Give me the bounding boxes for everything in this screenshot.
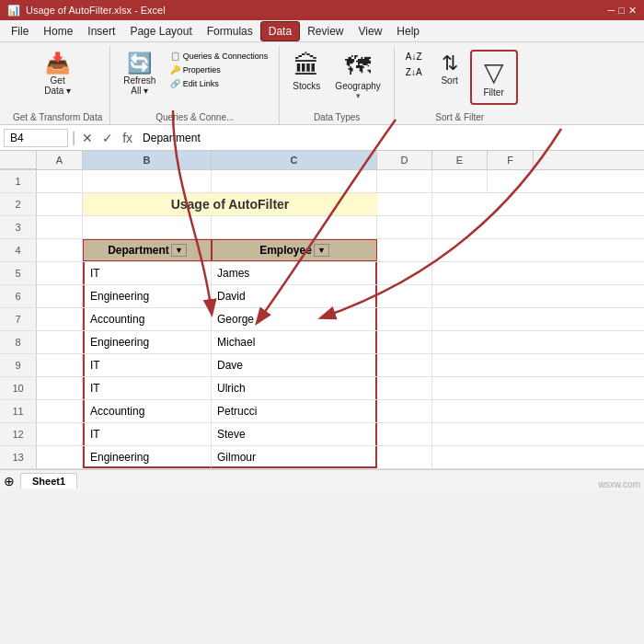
cell-d12[interactable] (377, 423, 432, 445)
cell-e1[interactable] (432, 170, 488, 192)
properties-button[interactable]: 🔑 Properties (167, 63, 271, 76)
menu-view[interactable]: View (351, 22, 390, 40)
cell-department-header[interactable]: Department ▼ (83, 239, 212, 261)
menu-page-layout[interactable]: Page Layout (122, 22, 199, 40)
confirm-formula-btn[interactable]: ✓ (99, 131, 116, 145)
cell-d4[interactable] (377, 239, 432, 261)
cell-reference-input[interactable] (4, 129, 68, 147)
menu-home[interactable]: Home (36, 22, 80, 40)
cell-b8[interactable]: Engineering (83, 331, 212, 353)
geography-icon: 🗺 (345, 53, 371, 79)
employee-dropdown-btn[interactable]: ▼ (314, 244, 329, 257)
cell-a3[interactable] (37, 216, 83, 238)
col-header-b[interactable]: B (83, 151, 212, 169)
cell-d10[interactable] (377, 377, 432, 399)
cell-b11[interactable]: Accounting (83, 400, 212, 422)
sort-az-za-group: A↓Z Z↓A (402, 50, 426, 79)
menu-insert[interactable]: Insert (80, 22, 122, 40)
cell-c13[interactable]: Gilmour (212, 446, 377, 468)
cell-a7[interactable] (37, 308, 83, 330)
cell-employee-header[interactable]: Employee ▼ (212, 239, 377, 261)
cell-a13[interactable] (37, 446, 83, 468)
get-data-label2: Data ▾ (44, 86, 71, 96)
insert-function-btn[interactable]: fx (120, 131, 135, 145)
cell-b6[interactable]: Engineering (83, 285, 212, 307)
cell-c7[interactable]: George (212, 308, 377, 330)
cell-c3[interactable] (212, 216, 377, 238)
menu-data[interactable]: Data (260, 21, 300, 41)
cell-a5[interactable] (37, 262, 83, 284)
col-header-d[interactable]: D (377, 151, 432, 169)
col-header-a[interactable]: A (37, 151, 83, 169)
filter-button[interactable]: ▽ Filter (474, 53, 514, 101)
ribbon-group-label-data-types: Data Types (314, 110, 360, 122)
cell-a2[interactable] (37, 193, 83, 215)
menu-file[interactable]: File (4, 22, 36, 40)
cell-d11[interactable] (377, 400, 432, 422)
row-num-6: 6 (0, 285, 37, 307)
cell-b3[interactable] (83, 216, 212, 238)
cell-title[interactable]: Usage of AutoFilter (83, 193, 377, 215)
cell-a6[interactable] (37, 285, 83, 307)
cell-a4[interactable] (37, 239, 83, 261)
cell-c11[interactable]: Petrucci (212, 400, 377, 422)
sort-za-button[interactable]: Z↓A (402, 65, 426, 79)
col-header-e[interactable]: E (432, 151, 488, 169)
stocks-button[interactable]: 🏛 Stocks (287, 50, 326, 95)
cell-c5[interactable]: James (212, 262, 377, 284)
cell-b13[interactable]: Engineering (83, 446, 212, 468)
sort-button[interactable]: ⇅ Sort (433, 50, 466, 89)
employee-header-text: Employee (259, 239, 312, 261)
close-btn[interactable]: ✕ (628, 5, 637, 17)
filter-label: Filter (484, 87, 504, 98)
sort-az-button[interactable]: A↓Z (402, 50, 426, 63)
menu-help[interactable]: Help (389, 22, 427, 40)
ribbon-group-data-types-buttons: 🏛 Stocks 🗺 Geography ▾ (287, 50, 386, 110)
cell-a12[interactable] (37, 423, 83, 445)
refresh-icon: 🔄 (127, 53, 152, 74)
department-dropdown-btn[interactable]: ▼ (171, 244, 187, 257)
geography-button[interactable]: 🗺 Geography ▾ (329, 50, 385, 104)
cell-c10[interactable]: Ulrich (212, 377, 377, 399)
cancel-formula-btn[interactable]: ✕ (79, 131, 96, 145)
cell-d13[interactable] (377, 446, 432, 468)
menu-formulas[interactable]: Formulas (200, 22, 260, 40)
edit-links-button[interactable]: 🔗 Edit Links (167, 77, 271, 90)
add-sheet-btn[interactable]: ⊕ (4, 474, 15, 489)
queries-connections-button[interactable]: 📋 Queries & Connections (167, 50, 271, 63)
cell-b1[interactable] (83, 170, 212, 192)
cell-b9[interactable]: IT (83, 354, 212, 376)
cell-c6[interactable]: David (212, 285, 377, 307)
refresh-all-button[interactable]: 🔄 Refresh All ▾ (118, 50, 161, 99)
sheet-tab-1[interactable]: Sheet1 (20, 473, 77, 489)
cell-a10[interactable] (37, 377, 83, 399)
cell-d5[interactable] (377, 262, 432, 284)
cell-b5[interactable]: IT (83, 262, 212, 284)
cell-d6[interactable] (377, 285, 432, 307)
cell-a8[interactable] (37, 331, 83, 353)
cell-c8[interactable]: Michael (212, 331, 377, 353)
get-data-button[interactable]: 📥 Get Data ▾ (39, 50, 76, 99)
cell-d9[interactable] (377, 354, 432, 376)
maximize-btn[interactable]: □ (618, 5, 625, 17)
col-header-f[interactable]: F (488, 151, 534, 169)
cell-b12[interactable]: IT (83, 423, 212, 445)
cell-a9[interactable] (37, 354, 83, 376)
col-header-c[interactable]: C (212, 151, 377, 169)
cell-d1[interactable] (377, 170, 432, 192)
formula-input[interactable] (139, 130, 640, 146)
cell-c12[interactable]: Steve (212, 423, 377, 445)
cell-b10[interactable]: IT (83, 377, 212, 399)
cell-a1[interactable] (37, 170, 83, 192)
ribbon-group-get-transform: 📥 Get Data ▾ Get & Transform Data (6, 46, 110, 124)
cell-c1[interactable] (212, 170, 377, 192)
menu-review[interactable]: Review (300, 22, 351, 40)
cell-d3[interactable] (377, 216, 432, 238)
cell-c9[interactable]: Dave (212, 354, 377, 376)
cell-a11[interactable] (37, 400, 83, 422)
cell-b7[interactable]: Accounting (83, 308, 212, 330)
minimize-btn[interactable]: ─ (608, 5, 615, 17)
cell-d2[interactable] (377, 193, 432, 215)
cell-d7[interactable] (377, 308, 432, 330)
cell-d8[interactable] (377, 331, 432, 353)
